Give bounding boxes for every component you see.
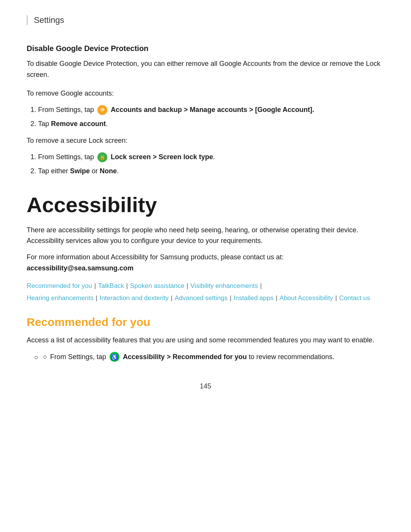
page-header: Settings xyxy=(27,15,384,25)
disable-protection-section: Disable Google Device Protection To disa… xyxy=(27,44,384,177)
disable-section-heading: Disable Google Device Protection xyxy=(27,44,384,53)
accessibility-icon: ♿ xyxy=(110,352,119,362)
step-recommended-1-suffix: to review recommendations. xyxy=(249,353,334,361)
step-lock-2-middle: or xyxy=(90,167,100,175)
remove-accounts-label: To remove Google accounts: xyxy=(27,88,384,99)
recommended-steps: ○ From Settings, tap ♿ Accessibility > R… xyxy=(34,351,384,363)
nav-link-recommended[interactable]: Recommended for you xyxy=(27,282,92,289)
step-accounts-2-suffix: . xyxy=(106,120,108,128)
nav-link-talkback[interactable]: TalkBack xyxy=(98,282,124,289)
page-title: Settings xyxy=(34,15,64,25)
nav-link-about[interactable]: About Accessibility xyxy=(280,294,333,302)
step-accounts-1: From Settings, tap ⟳ Accounts and backup… xyxy=(38,104,384,116)
accessibility-main-heading: Accessibility xyxy=(27,192,384,217)
step-lock-2: Tap either Swipe or None. xyxy=(38,165,384,177)
nav-link-advanced[interactable]: Advanced settings xyxy=(175,294,228,302)
nav-link-hearing[interactable]: Hearing enhancements xyxy=(27,294,94,302)
disable-intro: To disable Google Device Protection, you… xyxy=(27,58,384,80)
step-lock-1-prefix: From Settings, tap xyxy=(38,153,96,161)
accessibility-section: Accessibility There are accessibility se… xyxy=(27,192,384,363)
step-recommended-1-bold: Accessibility > Recommended for you xyxy=(123,353,247,361)
step-accounts-1-bold: Accounts and backup > Manage accounts > … xyxy=(111,106,314,113)
accessibility-intro2-prefix: For more information about Accessibility… xyxy=(27,253,284,261)
step-lock-2-bold1: Swipe xyxy=(70,167,90,175)
remove-lock-steps: From Settings, tap 🔒 Lock screen > Scree… xyxy=(38,151,384,177)
recommended-subheading: Recommended for you xyxy=(27,316,384,329)
accessibility-intro2: For more information about Accessibility… xyxy=(27,252,384,274)
step-recommended-1-prefix: From Settings, tap xyxy=(50,353,108,361)
accessibility-email: accessibility@sea.samsung.com xyxy=(27,264,134,272)
step-accounts-2: Tap Remove account. xyxy=(38,118,384,130)
recommended-intro: Access a list of accessibility features … xyxy=(27,335,384,346)
step-accounts-2-bold: Remove account xyxy=(51,120,106,128)
page-number: 145 xyxy=(27,382,384,390)
step-lock-2-prefix: Tap either xyxy=(38,167,70,175)
accessibility-intro1: There are accessibility settings for peo… xyxy=(27,225,384,247)
accounts-icon: ⟳ xyxy=(97,105,107,115)
step-lock-2-suffix: . xyxy=(117,167,119,175)
step-lock-1-bold: Lock screen > Screen lock type xyxy=(111,153,213,161)
nav-link-spoken[interactable]: Spoken assistance xyxy=(130,282,185,289)
step-accounts-1-prefix: From Settings, tap xyxy=(38,106,96,113)
nav-link-interaction[interactable]: Interaction and dexterity xyxy=(100,294,169,302)
step-accounts-2-prefix: Tap xyxy=(38,120,51,128)
lock-icon: 🔒 xyxy=(97,152,107,162)
nav-link-contact[interactable]: Contact us xyxy=(339,294,370,302)
step-lock-2-bold2: None xyxy=(100,167,117,175)
step-lock-1-suffix: . xyxy=(213,153,215,161)
nav-link-installed[interactable]: Installed apps xyxy=(234,294,274,302)
nav-link-visibility[interactable]: Visibility enhancements xyxy=(190,282,258,289)
remove-lock-label: To remove a secure Lock screen: xyxy=(27,135,384,146)
accessibility-nav-links: Recommended for you | TalkBack | Spoken … xyxy=(27,280,384,305)
bullet-circle: ○ xyxy=(43,351,47,363)
remove-accounts-steps: From Settings, tap ⟳ Accounts and backup… xyxy=(38,104,384,129)
step-recommended-1: ○ From Settings, tap ♿ Accessibility > R… xyxy=(34,351,384,363)
step-lock-1: From Settings, tap 🔒 Lock screen > Scree… xyxy=(38,151,384,163)
